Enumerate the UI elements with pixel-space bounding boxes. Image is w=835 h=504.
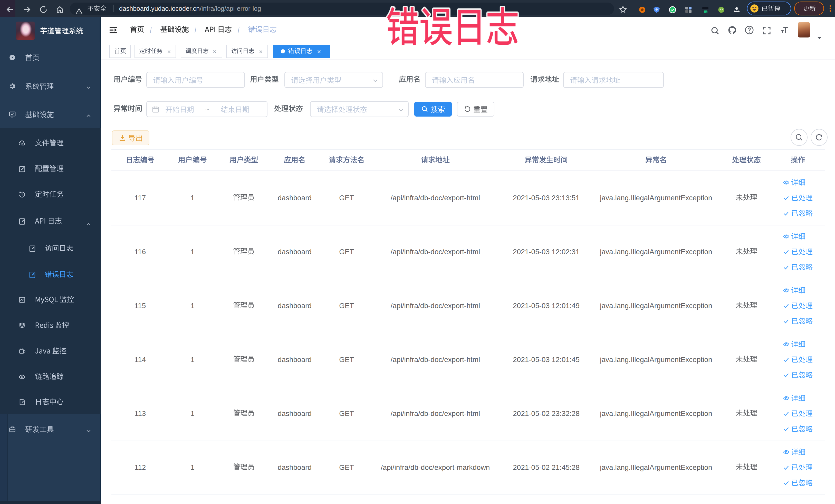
svg-text:on: on	[705, 11, 707, 13]
